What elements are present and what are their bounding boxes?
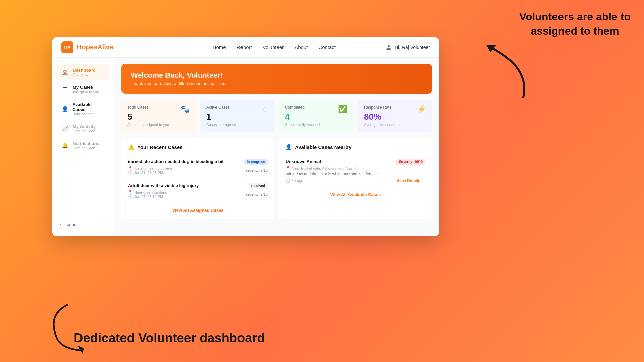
nearby-cases-panel: 👤 Available Cases Nearby Unknown Animal … xyxy=(279,138,432,219)
case-item-2: Adult deer with a visible leg injury. re… xyxy=(128,179,268,203)
stat-sub-active: Cases in progress xyxy=(206,123,268,127)
arrow-top-right xyxy=(470,40,537,101)
nearby-case-title-1: Unknown Animal xyxy=(286,159,393,164)
sidebar: 🏠 Dashboard Overview ☰ My Cases Assigned… xyxy=(52,58,114,236)
stat-sub-total: All cases assigned to you xyxy=(127,123,190,127)
sidebar-label-dashboard: Dashboard xyxy=(73,68,96,73)
user-area: Hi, Raj Volunteer xyxy=(385,44,430,51)
recent-cases-title: ⚠️ Your Recent Cases xyxy=(128,144,268,150)
available-icon: 👤 xyxy=(61,105,68,113)
sidebar-bottom: ⤷ Logout xyxy=(52,219,114,230)
case-severity-1: Severity: 7/10 xyxy=(245,168,268,172)
pin-icon-2: 📍 xyxy=(128,190,133,194)
sidebar-item-my-cases[interactable]: ☰ My Cases Assigned to you xyxy=(55,81,110,97)
stats-row: Total Cases 5 All cases assigned to you … xyxy=(121,100,432,132)
nav-home[interactable]: Home xyxy=(213,44,226,50)
annotation-bottom: Dedicated Volunteer dashboard xyxy=(74,331,265,345)
activity-icon: 📈 xyxy=(61,125,69,132)
recent-cases-panel: ⚠️ Your Recent Cases immediate action ne… xyxy=(121,138,274,219)
logo-box: HA xyxy=(61,41,73,53)
welcome-banner: Welcome Back, Volunteer! Thank you for m… xyxy=(121,64,432,94)
cases-row: ⚠️ Your Recent Cases immediate action ne… xyxy=(121,138,432,219)
cases-icon: ☰ xyxy=(61,86,69,93)
case-severity-2: Severity: 9/10 xyxy=(245,192,268,196)
view-details-link-1[interactable]: View Details → xyxy=(397,178,425,183)
logout-label: Logout xyxy=(64,222,78,227)
home-icon: 🏠 xyxy=(61,69,69,76)
navbar: HA HopesAlive Home Report Volunteer Abou… xyxy=(52,37,439,58)
stat-completed: Completed 4 Successfully rescued ✅ xyxy=(279,100,353,132)
sidebar-label-available: Available Cases xyxy=(72,102,104,112)
case-title-1: immediate action needed dog is bleeding … xyxy=(128,159,241,164)
nav-volunteer[interactable]: Volunteer xyxy=(263,44,284,50)
clock-icon-1: 🕐 xyxy=(128,170,133,175)
nearby-pin-icon: 📍 xyxy=(286,166,290,170)
view-all-available[interactable]: View All Available Cases xyxy=(286,192,425,197)
sidebar-label-my-cases: My Cases xyxy=(73,85,99,90)
stat-sub-completed: Successfully rescued xyxy=(285,123,347,127)
sidebar-item-available-cases[interactable]: 👤 Available Cases Help needed xyxy=(55,99,110,119)
nearby-cases-title: 👤 Available Cases Nearby xyxy=(286,144,425,150)
main-content: Welcome Back, Volunteer! Thank you for m… xyxy=(114,58,439,236)
view-all-assigned[interactable]: View All Assigned Cases xyxy=(128,208,268,213)
case-date-1: 🕐 Jan 31, 07:03 PM xyxy=(128,170,172,175)
body-area: 🏠 Dashboard Overview ☰ My Cases Assigned… xyxy=(52,58,439,236)
nearby-icon: 👤 xyxy=(286,144,292,150)
case-location-2: 📍 Near green gardens xyxy=(128,190,167,194)
logout-icon: ⤷ xyxy=(58,222,62,227)
warning-icon: ⚠️ xyxy=(128,144,135,150)
nearby-location-1: 📍 Near Pokket cafe, Ashoka marg, Nashik xyxy=(286,166,425,170)
check-icon: ✅ xyxy=(338,105,347,114)
sidebar-label-activity: My Activity xyxy=(73,124,96,129)
user-icon xyxy=(385,44,392,51)
nearby-severity-badge-1: Severity: 10/10 xyxy=(396,159,425,165)
app-window: HA HopesAlive Home Report Volunteer Abou… xyxy=(52,37,439,236)
nearby-time-1: 🕐 1h ago xyxy=(286,179,303,183)
paw-icon: 🐾 xyxy=(180,105,190,114)
user-greeting: Hi, Raj Volunteer xyxy=(395,45,430,50)
stat-total-cases: Total Cases 5 All cases assigned to you … xyxy=(121,100,196,132)
sidebar-sublabel-my-cases: Assigned to you xyxy=(73,90,99,94)
nav-links: Home Report Volunteer About Contact xyxy=(213,44,336,50)
spinner-icon: ◌ xyxy=(263,105,268,113)
stat-value-active: 1 xyxy=(206,112,268,122)
nav-contact[interactable]: Contact xyxy=(318,44,336,50)
case-item-1: immediate action needed dog is bleeding … xyxy=(128,155,268,179)
logout-button[interactable]: ⤷ Logout xyxy=(58,222,108,227)
case-badge-1: in progress xyxy=(244,159,268,165)
logo-text: HopesAlive xyxy=(77,43,113,51)
sidebar-sublabel-available: Help needed xyxy=(72,112,104,116)
nav-report[interactable]: Report xyxy=(237,44,252,50)
arrow-bottom-left xyxy=(40,302,101,355)
bell-icon: 🔔 xyxy=(61,142,69,149)
pin-icon-1: 📍 xyxy=(128,166,133,170)
stat-sub-response: Average response time xyxy=(364,123,426,127)
sidebar-sublabel-activity: Coming Soon xyxy=(73,129,96,133)
sidebar-item-dashboard[interactable]: 🏠 Dashboard Overview xyxy=(55,64,110,80)
sidebar-label-notifications: Notifications xyxy=(73,141,99,146)
sidebar-sublabel-notifications: Coming Soon xyxy=(73,146,99,150)
nav-about[interactable]: About xyxy=(294,44,308,50)
case-badge-2: resolved xyxy=(249,183,268,189)
case-date-2: 🕐 Jan 27, 05:10 PM xyxy=(128,194,167,199)
stat-label-active: Active Cases xyxy=(206,105,268,110)
stat-active-cases: Active Cases 1 Cases in progress ◌ xyxy=(200,100,274,132)
nearby-description-1: adult cow and the color is white and she… xyxy=(286,172,425,176)
annotation-top-right: Volunteers are able to assigned to them xyxy=(519,10,631,38)
sidebar-sublabel-dashboard: Overview xyxy=(73,73,96,77)
logo-area: HA HopesAlive xyxy=(61,41,113,53)
clock-icon-2: 🕐 xyxy=(128,194,133,199)
lightning-icon: ⚡ xyxy=(417,105,426,114)
sidebar-item-notifications[interactable]: 🔔 Notifications Coming Soon xyxy=(55,138,110,154)
welcome-title: Welcome Back, Volunteer! xyxy=(131,71,423,80)
case-location-1: 📍 Ipe engineering college xyxy=(128,166,172,170)
nearby-case-item-1: Unknown Animal Severity: 10/10 📍 Near Po… xyxy=(286,155,425,187)
sidebar-item-activity[interactable]: 📈 My Activity Coming Soon xyxy=(55,121,110,136)
case-title-2: Adult deer with a visible leg injury. xyxy=(128,183,245,188)
welcome-subtitle: Thank you for making a difference in ani… xyxy=(131,81,423,86)
nearby-clock-icon: 🕐 xyxy=(286,179,290,183)
stat-response-rate: Response Rate 80% Average response time … xyxy=(358,100,432,132)
